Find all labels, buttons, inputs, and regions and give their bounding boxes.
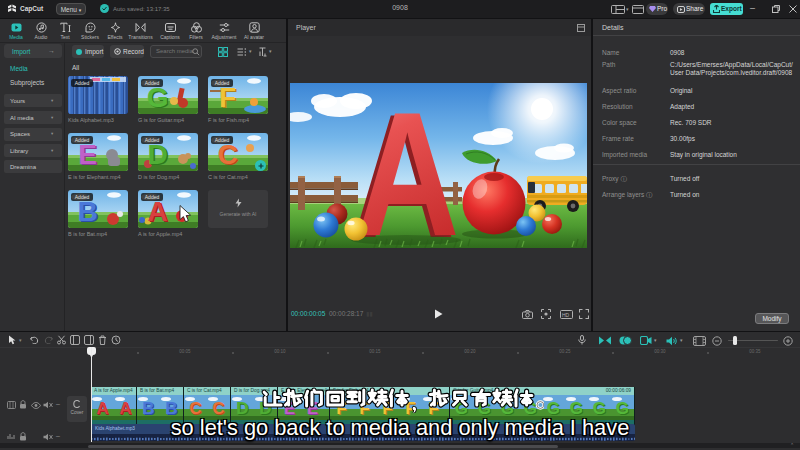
- svg-text:A: A: [355, 83, 459, 248]
- svg-text:HD: HD: [562, 311, 570, 317]
